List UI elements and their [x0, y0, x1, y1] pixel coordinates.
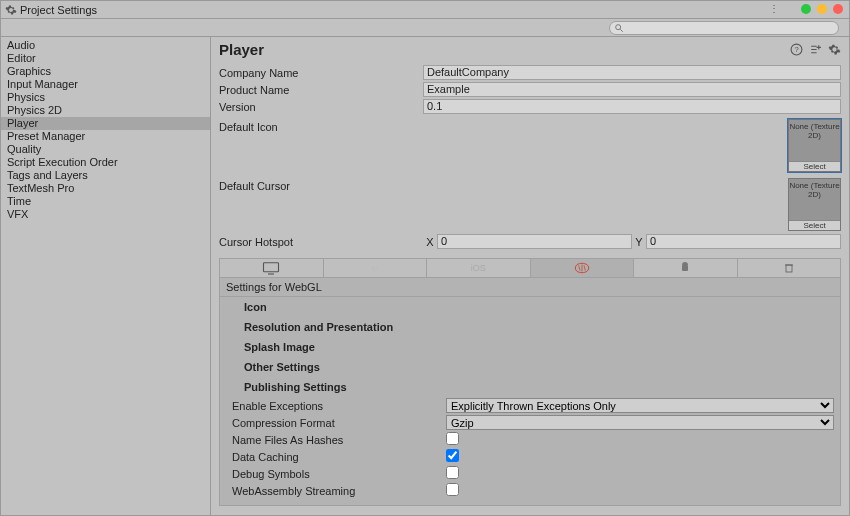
main-panel: Player ? Company Name DefaultCompany Pro…	[211, 37, 849, 515]
tab-ios[interactable]: iOS	[427, 259, 531, 277]
texture-none-label: None (Texture 2D)	[789, 120, 840, 140]
cursor-x-label: X	[423, 236, 437, 248]
search-icon	[614, 23, 624, 33]
select-cursor-button[interactable]: Select	[789, 220, 840, 230]
tab-android[interactable]	[634, 259, 738, 277]
page-title: Player	[219, 41, 790, 58]
name-files-as-hashes-checkbox[interactable]	[446, 432, 459, 445]
titlebar: Project Settings ⋮	[1, 1, 849, 19]
sidebar-item-vfx[interactable]: VFX	[1, 208, 210, 221]
cursor-y-input[interactable]: 0	[646, 234, 841, 249]
cursor-x-input[interactable]: 0	[437, 234, 632, 249]
android-icon	[679, 261, 691, 275]
sidebar-item-textmesh-pro[interactable]: TextMesh Pro	[1, 182, 210, 195]
sidebar-item-audio[interactable]: Audio	[1, 39, 210, 52]
cursor-hotspot-label: Cursor Hotspot	[219, 236, 423, 248]
wasm-streaming-checkbox[interactable]	[446, 483, 459, 496]
sidebar-item-quality[interactable]: Quality	[1, 143, 210, 156]
close-button[interactable]	[833, 4, 843, 14]
foldout-icon[interactable]: Icon	[220, 297, 840, 317]
product-name-label: Product Name	[219, 84, 423, 96]
foldout-splash[interactable]: Splash Image	[220, 337, 840, 357]
texture-none-label: None (Texture 2D)	[789, 179, 840, 199]
svg-rect-4	[264, 263, 279, 272]
tvos-icon: tv	[372, 264, 378, 273]
version-label: Version	[219, 101, 423, 113]
svg-point-0	[616, 24, 621, 29]
debug-symbols-label: Debug Symbols	[226, 468, 446, 480]
foldout-resolution[interactable]: Resolution and Presentation	[220, 317, 840, 337]
settings-gear-icon[interactable]	[828, 43, 841, 56]
presets-icon[interactable]	[809, 43, 822, 56]
select-icon-button[interactable]: Select	[789, 161, 840, 171]
compression-format-label: Compression Format	[226, 417, 446, 429]
sidebar-item-graphics[interactable]: Graphics	[1, 65, 210, 78]
trash-icon	[783, 261, 795, 275]
maximize-button[interactable]	[817, 4, 827, 14]
wasm-streaming-label: WebAssembly Streaming	[226, 485, 446, 497]
sidebar-item-script-execution-order[interactable]: Script Execution Order	[1, 156, 210, 169]
search-row	[1, 19, 849, 37]
sidebar-item-time[interactable]: Time	[1, 195, 210, 208]
enable-exceptions-label: Enable Exceptions	[226, 400, 446, 412]
company-name-input[interactable]: DefaultCompany	[423, 65, 841, 80]
gear-icon	[5, 4, 17, 16]
tab-tvos[interactable]: tv	[324, 259, 428, 277]
publishing-fields: Enable Exceptions Explicitly Thrown Exce…	[220, 397, 840, 505]
webgl-icon	[574, 261, 590, 275]
enable-exceptions-select[interactable]: Explicitly Thrown Exceptions Only	[446, 398, 834, 413]
kebab-menu-icon[interactable]: ⋮	[769, 3, 779, 14]
search-input[interactable]	[609, 21, 839, 35]
name-files-as-hashes-label: Name Files As Hashes	[226, 434, 446, 446]
default-cursor-thumbnail[interactable]: None (Texture 2D) Select	[788, 178, 841, 231]
sidebar-item-input-manager[interactable]: Input Manager	[1, 78, 210, 91]
debug-symbols-checkbox[interactable]	[446, 466, 459, 479]
sidebar-item-editor[interactable]: Editor	[1, 52, 210, 65]
foldout-other[interactable]: Other Settings	[220, 357, 840, 377]
svg-text:?: ?	[794, 45, 798, 54]
product-name-input[interactable]: Example	[423, 82, 841, 97]
sidebar: Audio Editor Graphics Input Manager Phys…	[1, 37, 211, 515]
data-caching-checkbox[interactable]	[446, 449, 459, 462]
foldout-publishing[interactable]: Publishing Settings	[220, 377, 840, 397]
platform-section-header: Settings for WebGL	[220, 278, 840, 297]
minimize-button[interactable]	[801, 4, 811, 14]
company-name-label: Company Name	[219, 67, 423, 79]
sidebar-item-physics[interactable]: Physics	[1, 91, 210, 104]
window-title: Project Settings	[20, 4, 97, 16]
tab-webgl[interactable]	[531, 259, 635, 277]
platform-tabs: tv iOS	[219, 258, 841, 278]
tab-lumin[interactable]	[738, 259, 841, 277]
svg-rect-9	[786, 265, 792, 272]
svg-rect-6	[682, 265, 688, 271]
help-icon[interactable]: ?	[790, 43, 803, 56]
sidebar-item-player[interactable]: Player	[1, 117, 210, 130]
ios-icon: iOS	[471, 263, 486, 273]
data-caching-label: Data Caching	[226, 451, 446, 463]
window-controls	[801, 4, 843, 14]
cursor-y-label: Y	[632, 236, 646, 248]
sidebar-item-physics-2d[interactable]: Physics 2D	[1, 104, 210, 117]
version-input[interactable]: 0.1	[423, 99, 841, 114]
compression-format-select[interactable]: Gzip	[446, 415, 834, 430]
sidebar-item-preset-manager[interactable]: Preset Manager	[1, 130, 210, 143]
default-icon-thumbnail[interactable]: None (Texture 2D) Select	[788, 119, 841, 172]
default-cursor-label: Default Cursor	[219, 178, 423, 233]
svg-line-1	[620, 29, 623, 32]
platform-section: Settings for WebGL Icon Resolution and P…	[219, 278, 841, 506]
monitor-icon	[262, 261, 280, 275]
default-icon-label[interactable]: Default Icon	[219, 119, 423, 174]
tab-standalone[interactable]	[220, 259, 324, 277]
sidebar-item-tags-and-layers[interactable]: Tags and Layers	[1, 169, 210, 182]
